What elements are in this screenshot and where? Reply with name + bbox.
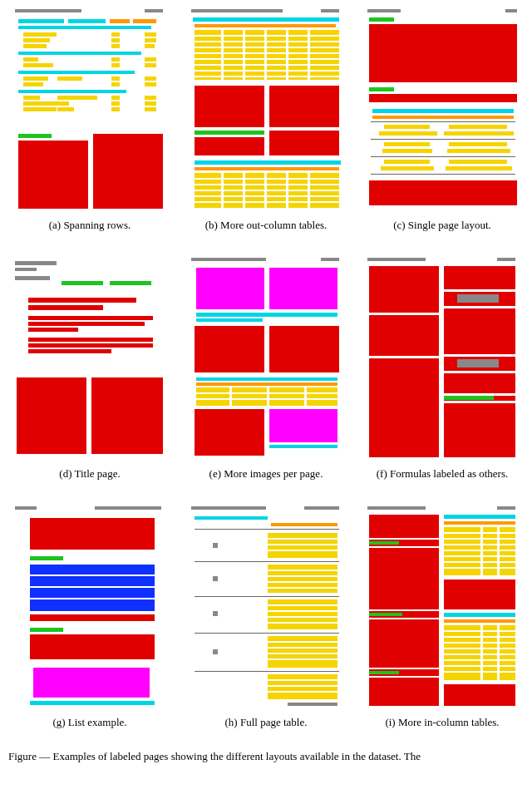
panel-d-image [11, 255, 169, 459]
panel-i: (i) More in-column tables. [359, 504, 525, 744]
panel-a-image [11, 7, 169, 210]
panel-f-image [363, 255, 521, 459]
caption-i: (i) More in-column tables. [385, 716, 499, 729]
panel-c: (c) Single page layout. [359, 7, 525, 247]
figure-footer: Figure — Examples of labeled pages showi… [0, 747, 532, 764]
caption-e: (e) More images per page. [209, 467, 323, 481]
panel-i-image [363, 504, 521, 708]
panel-e: (e) More images per page. [183, 255, 349, 496]
panel-c-image [363, 7, 521, 210]
caption-g: (g) List example. [52, 716, 126, 729]
panel-h-image [187, 504, 345, 708]
caption-h: (h) Full page table. [225, 716, 308, 729]
caption-c: (c) Single page layout. [393, 219, 491, 232]
caption-a: (a) Spanning rows. [49, 219, 131, 232]
panel-e-image [187, 255, 345, 459]
figure-grid: (a) Spanning rows. [0, 0, 532, 747]
panel-g-image [11, 504, 169, 708]
panel-g: (g) List example. [7, 504, 173, 744]
panel-h: (h) Full page table. [183, 504, 349, 744]
caption-d: (d) Title page. [59, 467, 120, 481]
caption-b: (b) More out-column tables. [205, 219, 328, 232]
panel-b: (b) More out-column tables. [183, 7, 349, 247]
caption-f: (f) Formulas labeled as others. [377, 467, 508, 481]
panel-b-image [187, 7, 345, 210]
panel-d: (d) Title page. [7, 255, 173, 496]
panel-a: (a) Spanning rows. [7, 7, 173, 247]
panel-f: (f) Formulas labeled as others. [359, 255, 525, 496]
